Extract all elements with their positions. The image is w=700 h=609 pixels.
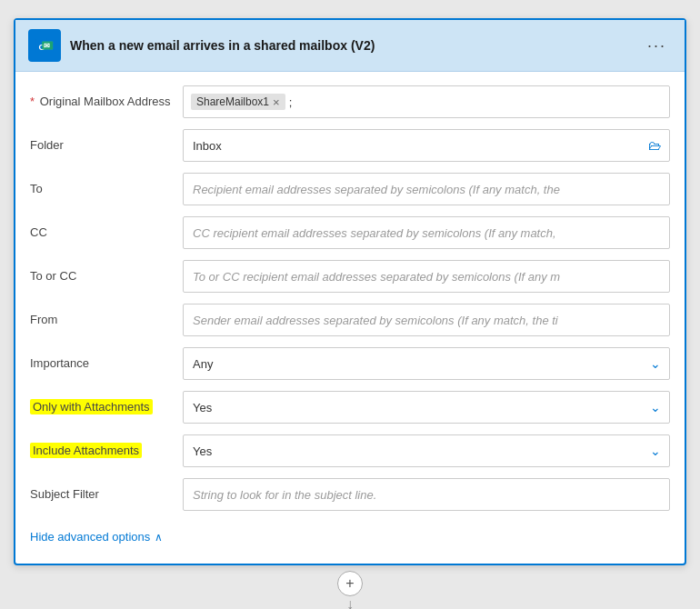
label-cc: CC [30,225,183,241]
hide-advanced-button[interactable]: Hide advanced options ∧ [30,524,163,551]
form-row-cc: CC [30,215,670,250]
card-header-left: O ✉ When a new email arrives in a shared… [28,29,375,62]
connector-bottom: + ↓ [337,565,363,609]
tag-value: ShareMailbox1 [196,95,269,108]
required-star: * [30,95,35,108]
form-row-folder: Folder 🗁 [30,128,670,163]
form-row-original-mailbox: * Original Mailbox Address ShareMailbox1… [30,85,670,119]
from-input[interactable] [183,304,670,336]
plus-icon: + [345,575,354,592]
outlook-icon: O ✉ [35,35,55,55]
trigger-card: O ✉ When a new email arrives in a shared… [14,18,686,565]
label-only-attachments: Only with Attachments [30,400,183,415]
include-attachments-wrapper: Yes No ⌄ [183,434,670,467]
only-attachments-select[interactable]: Yes No [183,391,670,424]
mailbox-tag: ShareMailbox1 × [191,94,285,110]
form-row-to: To [30,172,670,206]
cc-input[interactable] [183,216,670,249]
hide-advanced-row: Hide advanced options ∧ [30,521,670,554]
label-folder: Folder [30,138,183,154]
to-input[interactable] [183,173,670,205]
label-to: To [30,182,183,197]
form-row-from: From [30,303,670,337]
original-mailbox-input[interactable]: ShareMailbox1 × ; [183,85,670,118]
importance-wrapper: Any Low Normal High ⌄ [183,347,670,380]
svg-text:✉: ✉ [44,42,50,50]
only-attachments-wrapper: Yes No ⌄ [183,391,670,424]
form-row-importance: Importance Any Low Normal High ⌄ [30,346,670,381]
card-body: * Original Mailbox Address ShareMailbox1… [15,72,685,564]
form-row-only-attachments: Only with Attachments Yes No ⌄ [30,390,670,424]
card-header: O ✉ When a new email arrives in a shared… [15,20,685,72]
include-attachments-select[interactable]: Yes No [183,434,670,467]
label-importance: Importance [30,356,183,372]
label-from: From [30,313,183,328]
folder-input[interactable] [183,129,670,162]
label-include-attachments: Include Attachments [30,444,183,459]
app-icon: O ✉ [28,29,61,62]
form-row-to-or-cc: To or CC [30,259,670,294]
add-step-button[interactable]: + [337,571,363,596]
subject-filter-input[interactable] [183,478,670,511]
chevron-up-icon: ∧ [155,531,163,544]
form-row-include-attachments: Include Attachments Yes No ⌄ [30,434,670,468]
label-to-or-cc: To or CC [30,269,183,285]
hide-advanced-label: Hide advanced options [30,530,150,544]
folder-wrapper: 🗁 [183,129,670,162]
to-or-cc-input[interactable] [183,260,670,293]
tag-separator: ; [289,95,293,109]
importance-select[interactable]: Any Low Normal High [183,347,670,380]
label-subject-filter: Subject Filter [30,487,183,503]
arrow-down-icon: ↓ [346,597,354,609]
label-original-mailbox: * Original Mailbox Address [30,95,183,110]
form-row-subject-filter: Subject Filter [30,477,670,512]
tag-close-icon[interactable]: × [273,96,280,108]
card-title: When a new email arrives in a shared mai… [70,38,375,53]
ellipsis-button[interactable]: ··· [642,35,672,57]
